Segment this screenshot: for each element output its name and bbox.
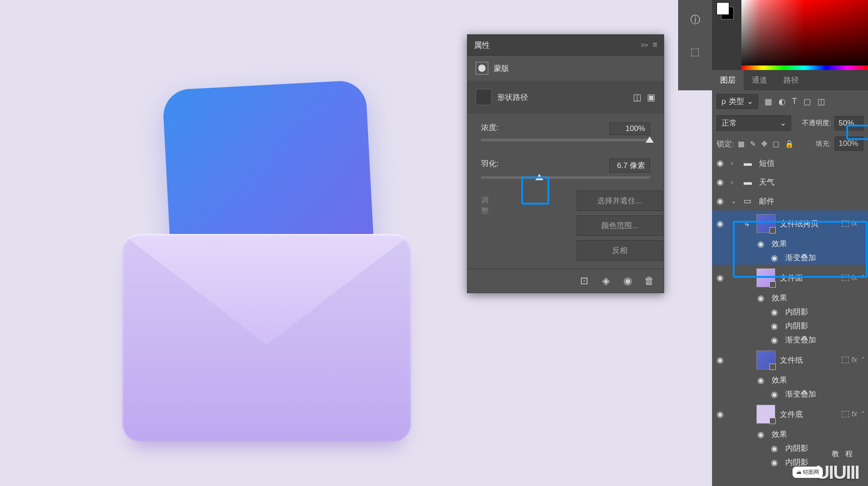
visibility-icon[interactable]: ◉ <box>717 355 726 365</box>
load-selection-icon[interactable]: ⊡ <box>579 276 590 286</box>
color-spectrum[interactable] <box>741 0 868 65</box>
filter-pixel-icon[interactable]: ▦ <box>764 97 772 107</box>
filter-type-select[interactable]: ρ 类型 ⌄ <box>717 94 758 109</box>
visibility-icon[interactable]: ◉ <box>757 239 767 249</box>
visibility-icon[interactable]: ◉ <box>717 273 726 283</box>
link-icon[interactable] <box>842 357 849 363</box>
hue-bar[interactable] <box>741 65 868 70</box>
lock-artboard-icon[interactable]: ▢ <box>773 140 779 148</box>
expand-icon[interactable]: › <box>731 159 739 167</box>
visibility-icon[interactable]: ◉ <box>771 321 781 331</box>
layer-effects-row[interactable]: ◉ 效果 <box>712 237 868 251</box>
tab-paths[interactable]: 路径 <box>775 70 807 90</box>
layer-paper-copy[interactable]: ◉ ↳ 文件纸拷贝 fx˄ <box>712 210 868 237</box>
color-range-button[interactable]: 颜色范围... <box>577 215 663 236</box>
toggle-mask-icon[interactable]: ◉ <box>622 276 633 286</box>
chevron-up-icon[interactable]: ˄ <box>860 274 863 282</box>
expand-icon[interactable]: › <box>731 178 739 186</box>
visibility-icon[interactable]: ◉ <box>771 389 781 399</box>
layer-thumbnail[interactable] <box>756 268 775 287</box>
lock-transparency-icon[interactable]: ▦ <box>738 140 745 148</box>
layer-group-mail[interactable]: ◉ ⌄ ▭ 邮件 <box>712 192 868 210</box>
mask-icon[interactable] <box>476 62 488 75</box>
link-icon[interactable] <box>842 275 849 281</box>
color-swatch[interactable] <box>717 2 736 21</box>
path-select-icon[interactable]: ▣ <box>647 92 656 103</box>
visibility-icon[interactable]: ◉ <box>757 430 767 439</box>
visibility-icon[interactable]: ◉ <box>717 177 726 187</box>
panel-menu-icon[interactable]: ≡ <box>652 40 657 50</box>
feather-slider[interactable] <box>481 176 650 179</box>
layer-group-sms[interactable]: ◉ › ▬ 短信 <box>712 154 868 173</box>
shape-thumbnail[interactable] <box>476 89 492 105</box>
layer-effects-row[interactable]: ◉效果 <box>712 427 868 441</box>
link-icon[interactable] <box>842 411 849 417</box>
visibility-icon[interactable]: ◉ <box>771 444 781 453</box>
layer-effects-row[interactable]: ◉效果 <box>712 373 868 387</box>
tab-layers[interactable]: 图层 <box>712 70 744 90</box>
chevron-up-icon[interactable]: ˄ <box>860 410 863 419</box>
filter-smart-icon[interactable]: ◫ <box>817 97 825 107</box>
visibility-icon[interactable]: ◉ <box>757 293 767 303</box>
filter-adjustment-icon[interactable]: ◐ <box>778 97 786 107</box>
visibility-icon[interactable]: ◉ <box>717 409 726 419</box>
effect-inner-shadow[interactable]: ◉内阴影 <box>712 319 868 333</box>
density-value[interactable]: 100% <box>609 122 650 135</box>
blend-mode-select[interactable]: 正常 ⌄ <box>717 115 791 131</box>
apply-mask-icon[interactable]: ◈ <box>600 276 611 286</box>
density-slider[interactable] <box>481 139 650 141</box>
layer-thumbnail[interactable] <box>756 214 775 233</box>
layers-panel-tabs: 图层 通道 路径 <box>712 70 868 90</box>
opacity-field[interactable]: 50% <box>835 116 863 131</box>
effect-gradient-overlay[interactable]: ◉ 渐变叠加 <box>712 251 868 265</box>
tab-channels[interactable]: 通道 <box>744 70 775 90</box>
layer-file-face[interactable]: ◉ 文件面 fx˄ <box>712 265 868 291</box>
layer-thumbnail[interactable] <box>756 350 775 369</box>
adjust-section: 调整: 选择并遮住... 颜色范围... 反相 <box>467 182 664 269</box>
canvas-area[interactable] <box>0 0 538 486</box>
visibility-icon[interactable]: ◉ <box>757 375 767 385</box>
foreground-color[interactable] <box>717 2 729 15</box>
select-and-mask-button[interactable]: 选择并遮住... <box>577 191 663 211</box>
filter-type-icon[interactable]: T <box>792 97 797 107</box>
layer-thumbnail[interactable] <box>756 405 775 424</box>
cube-3d-icon[interactable]: ⬚ <box>678 41 712 63</box>
lock-position-icon[interactable]: ✥ <box>761 140 767 148</box>
layer-group-weather[interactable]: ◉ › ▬ 天气 <box>712 173 868 192</box>
chevron-up-icon[interactable]: ˄ <box>860 356 863 364</box>
feather-value[interactable]: 6.7 像素 <box>609 159 650 173</box>
properties-header[interactable]: 属性 >> ≡ <box>467 35 664 56</box>
density-slider-thumb[interactable] <box>646 136 654 143</box>
effect-gradient-overlay[interactable]: ◉渐变叠加 <box>712 333 868 347</box>
delete-mask-icon[interactable]: 🗑 <box>644 276 655 286</box>
visibility-icon[interactable]: ◉ <box>717 219 726 229</box>
layer-file-paper[interactable]: ◉ 文件纸 fx˄ <box>712 347 868 373</box>
effect-gradient-overlay[interactable]: ◉渐变叠加 <box>712 387 868 401</box>
feather-slider-thumb[interactable] <box>535 174 543 180</box>
effect-inner-shadow[interactable]: ◉内阴影 <box>712 305 868 319</box>
shape-path-row: 形状路径 ◫ ▣ <box>467 81 664 113</box>
visibility-icon[interactable]: ◉ <box>771 307 781 317</box>
visibility-icon[interactable]: ◉ <box>717 196 726 206</box>
visibility-icon[interactable]: ◉ <box>771 253 781 263</box>
fill-field[interactable]: 100% <box>835 136 863 151</box>
properties-title: 属性 <box>474 40 490 51</box>
lock-pixels-icon[interactable]: ✎ <box>750 140 756 148</box>
info-icon[interactable]: ⓘ <box>689 14 702 26</box>
layer-effects-row[interactable]: ◉效果 <box>712 291 868 305</box>
shape-path-label: 形状路径 <box>497 92 528 103</box>
layer-file-bottom[interactable]: ◉ 文件底 fx˄ <box>712 401 868 427</box>
chevron-up-icon[interactable]: ˄ <box>860 220 863 228</box>
filter-shape-icon[interactable]: ▢ <box>803 97 811 107</box>
invert-button[interactable]: 反相 <box>577 240 663 261</box>
lock-all-icon[interactable]: 🔒 <box>785 140 794 148</box>
folder-icon: ▭ <box>744 196 755 206</box>
link-icon[interactable] <box>842 220 849 227</box>
visibility-icon[interactable]: ◉ <box>771 458 781 467</box>
visibility-icon[interactable]: ◉ <box>771 335 781 345</box>
visibility-icon[interactable]: ◉ <box>717 158 726 168</box>
adjust-label: 调整: <box>481 195 491 261</box>
collapse-icon[interactable]: ⌄ <box>731 197 739 205</box>
collapse-icon[interactable]: >> <box>641 42 648 49</box>
add-mask-icon[interactable]: ◫ <box>633 92 642 103</box>
